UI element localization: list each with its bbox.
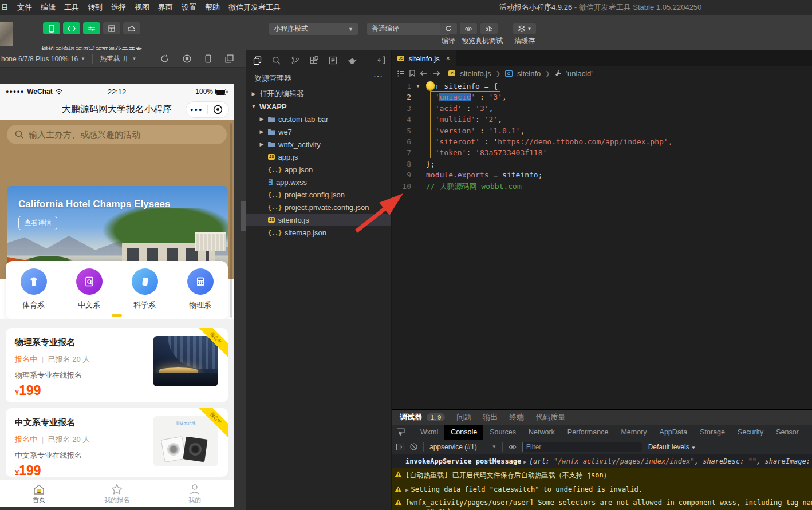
menu-item-devtools[interactable]: 微信开发者工具 <box>228 2 281 13</box>
menu-item-interface[interactable]: 界面 <box>158 2 173 13</box>
breadcrumb-symbol[interactable]: siteinfo <box>517 69 541 78</box>
devbar-divider <box>92 54 93 64</box>
simulator-toolbar-icons <box>160 54 234 63</box>
panel-tab-problems[interactable]: 问题 <box>456 412 471 422</box>
panel-tab-debugger[interactable]: 调试器 <box>400 412 422 422</box>
menu-item-select[interactable]: 选择 <box>111 2 126 13</box>
stop-record-icon[interactable] <box>183 54 191 63</box>
close-icon[interactable]: × <box>446 54 450 62</box>
tree-file-app-wxss[interactable]: ∃ app.wxss <box>246 176 391 188</box>
close-target-button[interactable] <box>208 105 229 114</box>
refresh-icon[interactable] <box>160 54 169 63</box>
lightbulb-icon[interactable] <box>426 81 435 90</box>
section-wxapp-root[interactable]: ▼ WXAPP <box>246 100 391 113</box>
capsule-buttons: ●●● <box>186 101 229 118</box>
console-warning-row[interactable]: [wnfx_activity/pages/user/user] Some sel… <box>392 496 812 510</box>
devtools-tab-storage[interactable]: Storage <box>693 425 731 440</box>
menu-item-tools[interactable]: 工具 <box>64 2 79 13</box>
page-scrollbar[interactable] <box>230 123 232 318</box>
collapse-sidebar-icon[interactable] <box>377 56 385 64</box>
forward-icon[interactable] <box>432 70 440 76</box>
hot-reload-toggle[interactable]: 热重载 开▼ <box>100 54 136 64</box>
extensions-icon[interactable] <box>310 56 318 65</box>
menu-item-help[interactable]: 帮助 <box>205 2 220 13</box>
panel-tab-output[interactable]: 输出 <box>483 412 498 422</box>
console-filter-input[interactable] <box>522 442 642 452</box>
section-open-editors[interactable]: ▶ 打开的编辑器 <box>246 88 391 100</box>
js-file-icon: JS <box>448 70 455 76</box>
rotate-phone-icon[interactable] <box>205 54 211 63</box>
simulator-scrollbar[interactable] <box>241 201 246 231</box>
tree-file-app-json[interactable]: {..} app.json <box>246 163 391 176</box>
url-link[interactable]: https://demo.ttbobo.com/app/index.php <box>498 137 664 146</box>
category-science[interactable]: 科学系 <box>117 268 172 319</box>
console-warning-row[interactable]: ▶Setting data field "cateswitch" to unde… <box>392 483 812 496</box>
files-icon[interactable] <box>253 56 262 65</box>
npm-scripts-icon[interactable] <box>329 56 337 65</box>
clear-cache-button[interactable]: ▼ 清缓存 <box>509 23 541 46</box>
tab-my-registrations[interactable]: 我的报名 <box>78 480 156 507</box>
devtools-tab-console[interactable]: Console <box>444 425 483 440</box>
breadcrumb-file[interactable]: siteinfo.js <box>460 69 491 78</box>
tree-folder-wnfx-activity[interactable]: ▶ wnfx_activity <box>246 138 391 151</box>
panel-tab-code-quality[interactable]: 代码质量 <box>535 412 565 422</box>
inspect-element-icon[interactable] <box>392 428 409 437</box>
log-levels-dropdown[interactable]: Default levels ▼ <box>648 443 696 451</box>
category-chinese[interactable]: 中文系 <box>61 268 117 319</box>
devtools-tab-network[interactable]: Network <box>522 425 561 440</box>
panel-tab-terminal[interactable]: 终端 <box>509 412 524 422</box>
menu-item-edit[interactable]: 编辑 <box>41 2 56 13</box>
source-control-icon[interactable] <box>291 56 299 65</box>
tree-folder-custom-tab-bar[interactable]: ▶ custom-tab-bar <box>246 113 391 125</box>
outline-icon[interactable] <box>397 70 405 77</box>
back-icon[interactable] <box>420 70 428 76</box>
banner-detail-button[interactable]: 查看详情 <box>18 216 57 230</box>
eye-icon[interactable] <box>509 444 517 450</box>
tree-folder-we7[interactable]: ▶ we7 <box>246 125 391 138</box>
menu-item-file[interactable]: 文件 <box>17 2 32 13</box>
devtools-tab-security[interactable]: Security <box>731 425 770 440</box>
search-placeholder: 输入主办方、或感兴趣的活动 <box>29 129 140 140</box>
expand-arrow-icon[interactable]: ▶ <box>523 459 526 465</box>
bookmark-icon[interactable] <box>409 70 415 77</box>
devtools-tab-memory[interactable]: Memory <box>614 425 653 440</box>
devtools-tab-wxml[interactable]: Wxml <box>414 425 444 440</box>
multi-window-icon[interactable] <box>225 54 234 63</box>
remote-debug-button[interactable]: 真机调试 <box>471 23 507 46</box>
console-log-row[interactable]: invokeAppService postMessage▶{url: "/wnf… <box>392 455 812 468</box>
clear-console-icon[interactable] <box>410 443 417 450</box>
search-input[interactable]: 输入主办方、或感兴趣的活动 <box>7 125 227 144</box>
devtools-tab-sources[interactable]: Sources <box>483 425 522 440</box>
menu-item-settings[interactable]: 设置 <box>182 2 196 13</box>
mode-dropdown[interactable]: 小程序模式▼ <box>269 23 358 35</box>
fold-chevron-icon[interactable]: ▼ <box>413 81 423 92</box>
file-explorer: 资源管理器 ··· ▶ 打开的编辑器 ▼ WXAPP ▶ custom-tab-… <box>246 50 392 510</box>
devtools-tab-sensor[interactable]: Sensor <box>770 425 805 440</box>
expand-arrow-icon[interactable]: ▶ <box>405 487 408 493</box>
sliders-icon <box>83 22 100 34</box>
category-physics[interactable]: 物理系 <box>172 268 228 319</box>
devtools-tab-appdata[interactable]: AppData <box>653 425 694 440</box>
source-link[interactable]: wxss:38 <box>405 508 435 510</box>
tab-home[interactable]: 首页 <box>0 480 78 507</box>
console-warning-row[interactable]: [自动热重载] 已开启代码文件保存后自动热重载（不支持 json） <box>392 468 812 483</box>
devtools-tab-performance[interactable]: Performance <box>561 425 615 440</box>
menu-item-view[interactable]: 视图 <box>135 2 149 13</box>
more-actions-icon[interactable]: ··· <box>373 71 383 80</box>
device-selector[interactable]: hone 6/7/8 Plus 100% 16▼ <box>1 55 85 63</box>
toggle-sidebar-icon[interactable] <box>396 444 404 450</box>
editor-tab-siteinfo[interactable]: JS siteinfo.js × <box>392 50 456 66</box>
tree-file-app-js[interactable]: JS app.js <box>246 151 391 163</box>
context-selector[interactable]: appservice (#1) ▼ <box>429 443 496 451</box>
breadcrumb-property[interactable]: 'uniacid' <box>566 69 593 78</box>
more-menu-button[interactable]: ●●● <box>186 107 207 113</box>
tab-mine[interactable]: 我的 <box>156 480 234 507</box>
activity-card-chinese[interactable]: 中文系专业报名 报名中 | 已报名 20 人 中文系专业在线报名 ¥199 美味… <box>6 408 228 477</box>
teapot-icon[interactable] <box>348 57 357 64</box>
menu-item-goto[interactable]: 转到 <box>88 2 103 13</box>
project-avatar[interactable] <box>0 22 13 46</box>
search-icon[interactable] <box>272 56 281 65</box>
activity-card-physics[interactable]: 物理系专业报名 报名中 | 已报名 20 人 物理系专业在线报名 ¥199 报名… <box>6 328 228 402</box>
category-sports[interactable]: 体育系 <box>6 268 61 319</box>
menu-item-project[interactable]: 目 <box>1 2 9 13</box>
